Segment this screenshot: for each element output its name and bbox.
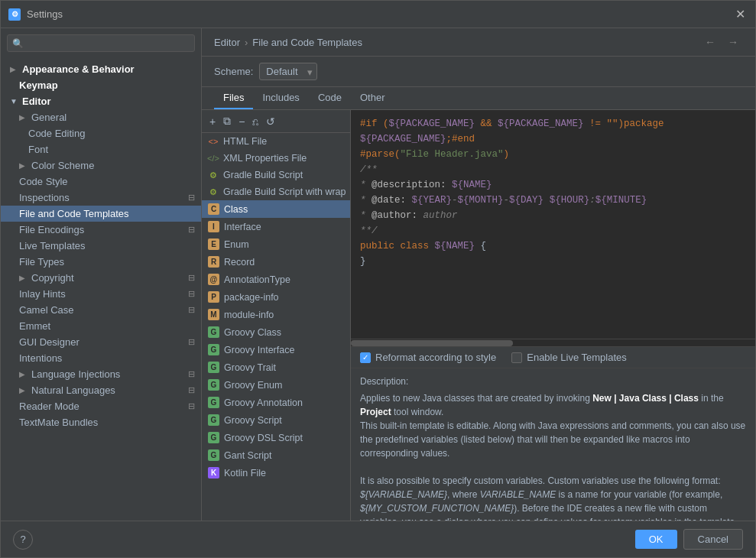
sidebar-item-language-injections[interactable]: ▶ Language Injections ⊟ <box>1 366 201 382</box>
sidebar-item-label: Keymap <box>19 79 58 91</box>
search-box[interactable]: 🔍 <box>7 34 195 52</box>
template-item-html[interactable]: <> HTML File <box>202 133 350 150</box>
copy-button[interactable]: ⧉ <box>220 113 234 129</box>
reformat-checkbox-box[interactable]: ✓ <box>360 352 371 363</box>
sidebar-item-label: Camel Case <box>19 304 74 316</box>
code-line-7: **/ <box>360 223 746 238</box>
template-item-gradle-wrap[interactable]: ⚙ Gradle Build Script with wrap <box>202 183 350 200</box>
sidebar-item-label: Live Templates <box>19 240 85 251</box>
tab-files[interactable]: Files <box>214 87 253 109</box>
close-button[interactable]: ✕ <box>732 7 748 22</box>
tab-other[interactable]: Other <box>351 87 394 109</box>
expand-arrow: ▶ <box>10 65 19 73</box>
code-editor[interactable]: #if (${PACKAGE_NAME} && ${PACKAGE_NAME} … <box>351 110 755 339</box>
template-item-record[interactable]: R Record <box>202 253 350 271</box>
remove-button[interactable]: − <box>235 114 248 129</box>
sidebar-item-reader-mode[interactable]: Reader Mode ⊟ <box>1 398 201 414</box>
reset-button[interactable]: ↺ <box>263 114 278 129</box>
sidebar-item-appearance[interactable]: ▶ Appearance & Behavior <box>1 61 201 77</box>
template-item-groovy-interface[interactable]: G Groovy Interface <box>202 341 350 358</box>
sidebar-item-intentions[interactable]: Intentions <box>1 350 201 366</box>
horizontal-scrollbar[interactable] <box>351 340 513 346</box>
sidebar-item-copyright[interactable]: ▶ Copyright ⊟ <box>1 270 201 286</box>
live-templates-checkbox[interactable]: Enable Live Templates <box>511 352 627 363</box>
title-bar: ⚙ Settings ✕ <box>1 1 755 28</box>
template-item-annotation[interactable]: @ AnnotationType <box>202 271 350 288</box>
sidebar-item-gui-designer[interactable]: GUI Designer ⊟ <box>1 334 201 350</box>
settings-dialog: ⚙ Settings ✕ 🔍 ▶ Appearance & Behavior K… <box>0 0 756 558</box>
content-area: + ⧉ − ⎌ ↺ <> HTML File </> XML Prop <box>202 110 755 521</box>
search-input[interactable] <box>28 37 190 49</box>
back-button[interactable]: ← <box>700 34 720 50</box>
template-label-annotation: AnnotationType <box>224 274 290 285</box>
template-item-interface[interactable]: I Interface <box>202 218 350 235</box>
footer-right: OK Cancel <box>635 529 743 550</box>
forward-button[interactable]: → <box>723 34 743 50</box>
sidebar-item-code-style[interactable]: Code Style <box>1 174 201 190</box>
sidebar-item-keymap[interactable]: Keymap <box>1 77 201 93</box>
template-icon-module-info: M <box>208 309 219 320</box>
restore-button[interactable]: ⎌ <box>249 114 261 129</box>
template-item-groovy-dsl[interactable]: G Groovy DSL Script <box>202 429 350 446</box>
sidebar-item-general[interactable]: ▶ General <box>1 109 201 125</box>
description-text: Applies to new Java classes that are cre… <box>360 391 746 521</box>
template-item-gradle[interactable]: ⚙ Gradle Build Script <box>202 167 350 183</box>
add-button[interactable]: + <box>206 114 219 129</box>
camel-case-badge: ⊟ <box>188 305 195 315</box>
expand-arrow: ▼ <box>10 97 19 105</box>
template-item-module-info[interactable]: M module-info <box>202 306 350 323</box>
template-item-package-info[interactable]: P package-info <box>202 288 350 306</box>
sidebar-item-natural-languages[interactable]: ▶ Natural Languages ⊟ <box>1 382 201 398</box>
dialog-body: 🔍 ▶ Appearance & Behavior Keymap ▼ Edito… <box>1 28 755 521</box>
sidebar-item-textmate-bundles[interactable]: TextMate Bundles <box>1 414 201 430</box>
ok-button[interactable]: OK <box>635 530 677 549</box>
tab-code[interactable]: Code <box>309 87 351 109</box>
reader-mode-badge: ⊟ <box>188 401 195 411</box>
tab-includes[interactable]: Includes <box>253 87 308 109</box>
template-item-groovy-enum[interactable]: G Groovy Enum <box>202 376 350 394</box>
template-item-groovy-class[interactable]: G Groovy Class <box>202 323 350 341</box>
code-line-8: public class ${NAME} { <box>360 238 746 254</box>
scheme-select[interactable]: Default Project <box>259 63 317 80</box>
template-icon-kotlin: K <box>208 467 219 479</box>
search-icon: 🔍 <box>12 38 24 49</box>
settings-tree: ▶ Appearance & Behavior Keymap ▼ Editor … <box>1 58 201 521</box>
live-templates-checkbox-box[interactable] <box>511 352 522 363</box>
template-item-gant-script[interactable]: G Gant Script <box>202 446 350 464</box>
sidebar-item-code-editing[interactable]: Code Editing <box>1 125 201 141</box>
template-item-kotlin[interactable]: K Kotlin File <box>202 464 350 482</box>
template-item-groovy-script[interactable]: G Groovy Script <box>202 411 350 429</box>
sidebar-item-file-encodings[interactable]: File Encodings ⊟ <box>1 222 201 238</box>
sidebar-item-label: Copyright <box>31 272 74 284</box>
code-line-1: #if (${PACKAGE_NAME} && ${PACKAGE_NAME} … <box>360 116 746 147</box>
template-label-package-info: package-info <box>224 292 279 303</box>
help-button[interactable]: ? <box>13 530 33 550</box>
template-label-groovy-enum: Groovy Enum <box>224 380 282 391</box>
sidebar-item-file-types[interactable]: File Types <box>1 254 201 270</box>
sidebar-item-file-code-templates[interactable]: File and Code Templates <box>1 206 201 222</box>
sidebar-item-camel-case[interactable]: Camel Case ⊟ <box>1 302 201 318</box>
code-line-6: * @author: author <box>360 208 746 223</box>
template-label-html: HTML File <box>223 136 267 147</box>
sidebar-item-inspections[interactable]: Inspections ⊟ <box>1 190 201 206</box>
template-item-groovy-annotation[interactable]: G Groovy Annotation <box>202 394 350 411</box>
template-item-enum[interactable]: E Enum <box>202 235 350 253</box>
code-line-3: /** <box>360 162 746 177</box>
template-item-class[interactable]: C Class <box>202 200 350 218</box>
reformat-checkbox[interactable]: ✓ Reformat according to style <box>360 352 496 363</box>
sidebar-item-emmet[interactable]: Emmet <box>1 318 201 334</box>
template-label-gradle: Gradle Build Script <box>223 170 303 180</box>
template-icon-groovy-annotation: G <box>208 397 219 408</box>
sidebar-item-font[interactable]: Font <box>1 141 201 157</box>
cancel-button[interactable]: Cancel <box>683 529 743 550</box>
sidebar-item-label: TextMate Bundles <box>19 417 98 428</box>
template-item-groovy-trait[interactable]: G Groovy Trait <box>202 358 350 376</box>
template-item-xml[interactable]: </> XML Properties File <box>202 150 350 167</box>
sidebar-item-label: File Types <box>19 256 64 268</box>
sidebar-item-label: Code Style <box>19 176 68 187</box>
sidebar-item-color-scheme[interactable]: ▶ Color Scheme <box>1 157 201 174</box>
sidebar-item-inlay-hints[interactable]: Inlay Hints ⊟ <box>1 286 201 302</box>
sidebar-item-editor[interactable]: ▼ Editor <box>1 93 201 109</box>
sidebar-item-label: File Encodings <box>19 224 84 235</box>
sidebar-item-live-templates[interactable]: Live Templates <box>1 238 201 254</box>
